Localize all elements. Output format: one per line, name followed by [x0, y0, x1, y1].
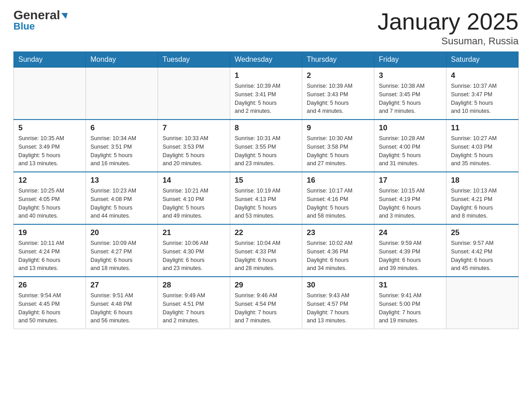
- day-info: Sunrise: 10:19 AM Sunset: 4:13 PM Daylig…: [235, 187, 297, 220]
- calendar-cell: 18Sunrise: 10:13 AM Sunset: 4:21 PM Dayl…: [446, 172, 519, 224]
- day-info: Sunrise: 9:54 AM Sunset: 4:45 PM Dayligh…: [18, 291, 81, 325]
- header-monday: Monday: [86, 52, 158, 68]
- day-number: 3: [379, 71, 442, 80]
- calendar-cell: 14Sunrise: 10:21 AM Sunset: 4:10 PM Dayl…: [158, 172, 230, 224]
- day-info: Sunrise: 9:41 AM Sunset: 5:00 PM Dayligh…: [379, 291, 442, 325]
- calendar-cell: 26Sunrise: 9:54 AM Sunset: 4:45 PM Dayli…: [14, 277, 86, 329]
- day-info: Sunrise: 10:30 AM Sunset: 3:58 PM Daylig…: [307, 134, 369, 168]
- day-number: 21: [163, 228, 225, 237]
- day-number: 1: [235, 71, 297, 80]
- calendar-cell: 30Sunrise: 9:43 AM Sunset: 4:57 PM Dayli…: [302, 277, 374, 329]
- calendar-cell: 4Sunrise: 10:37 AM Sunset: 3:47 PM Dayli…: [446, 68, 519, 120]
- day-info: Sunrise: 10:38 AM Sunset: 3:45 PM Daylig…: [379, 82, 442, 116]
- day-info: Sunrise: 10:23 AM Sunset: 4:08 PM Daylig…: [90, 187, 153, 220]
- page-header: General Blue January 2025 Susuman, Russi…: [13, 9, 519, 47]
- day-info: Sunrise: 10:31 AM Sunset: 3:55 PM Daylig…: [235, 134, 297, 168]
- day-info: Sunrise: 10:37 AM Sunset: 3:47 PM Daylig…: [451, 82, 514, 116]
- day-number: 13: [90, 176, 153, 185]
- day-info: Sunrise: 10:21 AM Sunset: 4:10 PM Daylig…: [163, 187, 225, 220]
- day-info: Sunrise: 10:02 AM Sunset: 4:36 PM Daylig…: [307, 239, 369, 273]
- calendar-week-2: 5Sunrise: 10:35 AM Sunset: 3:49 PM Dayli…: [14, 120, 519, 172]
- calendar-cell: 22Sunrise: 10:04 AM Sunset: 4:33 PM Dayl…: [230, 224, 302, 277]
- calendar-week-1: 1Sunrise: 10:39 AM Sunset: 3:41 PM Dayli…: [14, 68, 519, 120]
- day-number: 2: [307, 71, 369, 80]
- day-number: 29: [235, 281, 297, 290]
- day-number: 17: [379, 176, 442, 185]
- calendar-cell: 28Sunrise: 9:49 AM Sunset: 4:51 PM Dayli…: [158, 277, 230, 329]
- calendar-cell: 11Sunrise: 10:27 AM Sunset: 4:03 PM Dayl…: [446, 120, 519, 172]
- logo-general: General: [13, 9, 68, 21]
- day-info: Sunrise: 9:59 AM Sunset: 4:39 PM Dayligh…: [379, 239, 442, 273]
- day-number: 16: [307, 176, 369, 185]
- day-number: 20: [90, 228, 153, 237]
- day-number: 4: [451, 71, 514, 80]
- calendar-cell: [14, 68, 86, 120]
- calendar-cell: [158, 68, 230, 120]
- header-thursday: Thursday: [302, 52, 374, 68]
- day-number: 6: [90, 124, 153, 133]
- day-number: 23: [307, 228, 369, 237]
- calendar-cell: 24Sunrise: 9:59 AM Sunset: 4:39 PM Dayli…: [374, 224, 446, 277]
- day-info: Sunrise: 10:34 AM Sunset: 3:51 PM Daylig…: [90, 134, 153, 168]
- day-info: Sunrise: 10:15 AM Sunset: 4:19 PM Daylig…: [379, 187, 442, 220]
- day-number: 10: [379, 124, 442, 133]
- calendar-cell: [446, 277, 519, 329]
- calendar-cell: 23Sunrise: 10:02 AM Sunset: 4:36 PM Dayl…: [302, 224, 374, 277]
- calendar-week-3: 12Sunrise: 10:25 AM Sunset: 4:05 PM Dayl…: [14, 172, 519, 224]
- calendar-cell: 13Sunrise: 10:23 AM Sunset: 4:08 PM Dayl…: [86, 172, 158, 224]
- day-number: 15: [235, 176, 297, 185]
- day-number: 31: [379, 281, 442, 290]
- header-saturday: Saturday: [446, 52, 519, 68]
- logo-blue: Blue: [13, 21, 35, 32]
- calendar-cell: 5Sunrise: 10:35 AM Sunset: 3:49 PM Dayli…: [14, 120, 86, 172]
- calendar-cell: 29Sunrise: 9:46 AM Sunset: 4:54 PM Dayli…: [230, 277, 302, 329]
- calendar-cell: 17Sunrise: 10:15 AM Sunset: 4:19 PM Dayl…: [374, 172, 446, 224]
- header-tuesday: Tuesday: [158, 52, 230, 68]
- day-number: 22: [235, 228, 297, 237]
- day-number: 9: [307, 124, 369, 133]
- logo: General Blue: [13, 9, 68, 32]
- calendar-cell: 10Sunrise: 10:28 AM Sunset: 4:00 PM Dayl…: [374, 120, 446, 172]
- calendar-table: SundayMondayTuesdayWednesdayThursdayFrid…: [13, 51, 519, 329]
- calendar-cell: 31Sunrise: 9:41 AM Sunset: 5:00 PM Dayli…: [374, 277, 446, 329]
- calendar-cell: 2Sunrise: 10:39 AM Sunset: 3:43 PM Dayli…: [302, 68, 374, 120]
- day-info: Sunrise: 9:57 AM Sunset: 4:42 PM Dayligh…: [451, 239, 514, 273]
- day-info: Sunrise: 9:51 AM Sunset: 4:48 PM Dayligh…: [90, 291, 153, 325]
- day-number: 30: [307, 281, 369, 290]
- calendar-cell: [86, 68, 158, 120]
- day-info: Sunrise: 10:39 AM Sunset: 3:43 PM Daylig…: [307, 82, 369, 116]
- calendar-week-4: 19Sunrise: 10:11 AM Sunset: 4:24 PM Dayl…: [14, 224, 519, 277]
- calendar-cell: 1Sunrise: 10:39 AM Sunset: 3:41 PM Dayli…: [230, 68, 302, 120]
- calendar-cell: 16Sunrise: 10:17 AM Sunset: 4:16 PM Dayl…: [302, 172, 374, 224]
- calendar-cell: 21Sunrise: 10:06 AM Sunset: 4:30 PM Dayl…: [158, 224, 230, 277]
- day-number: 14: [163, 176, 225, 185]
- day-info: Sunrise: 9:46 AM Sunset: 4:54 PM Dayligh…: [235, 291, 297, 325]
- day-info: Sunrise: 10:13 AM Sunset: 4:21 PM Daylig…: [451, 187, 514, 220]
- calendar-cell: 7Sunrise: 10:33 AM Sunset: 3:53 PM Dayli…: [158, 120, 230, 172]
- day-number: 19: [18, 228, 81, 237]
- calendar-cell: 3Sunrise: 10:38 AM Sunset: 3:45 PM Dayli…: [374, 68, 446, 120]
- header-wednesday: Wednesday: [230, 52, 302, 68]
- day-info: Sunrise: 10:25 AM Sunset: 4:05 PM Daylig…: [18, 187, 81, 220]
- day-number: 7: [163, 124, 225, 133]
- day-number: 27: [90, 281, 153, 290]
- day-number: 11: [451, 124, 514, 133]
- day-number: 8: [235, 124, 297, 133]
- calendar-cell: 9Sunrise: 10:30 AM Sunset: 3:58 PM Dayli…: [302, 120, 374, 172]
- calendar-cell: 20Sunrise: 10:09 AM Sunset: 4:27 PM Dayl…: [86, 224, 158, 277]
- calendar-cell: 15Sunrise: 10:19 AM Sunset: 4:13 PM Dayl…: [230, 172, 302, 224]
- header-sunday: Sunday: [14, 52, 86, 68]
- calendar-cell: 8Sunrise: 10:31 AM Sunset: 3:55 PM Dayli…: [230, 120, 302, 172]
- calendar-cell: 25Sunrise: 9:57 AM Sunset: 4:42 PM Dayli…: [446, 224, 519, 277]
- day-number: 25: [451, 228, 514, 237]
- day-info: Sunrise: 10:09 AM Sunset: 4:27 PM Daylig…: [90, 239, 153, 273]
- location: Susuman, Russia: [378, 35, 519, 47]
- day-number: 28: [163, 281, 225, 290]
- day-info: Sunrise: 10:28 AM Sunset: 4:00 PM Daylig…: [379, 134, 442, 168]
- calendar-cell: 27Sunrise: 9:51 AM Sunset: 4:48 PM Dayli…: [86, 277, 158, 329]
- day-number: 24: [379, 228, 442, 237]
- day-info: Sunrise: 9:43 AM Sunset: 4:57 PM Dayligh…: [307, 291, 369, 325]
- day-info: Sunrise: 10:35 AM Sunset: 3:49 PM Daylig…: [18, 134, 81, 168]
- calendar-header-row: SundayMondayTuesdayWednesdayThursdayFrid…: [14, 52, 519, 68]
- day-info: Sunrise: 10:04 AM Sunset: 4:33 PM Daylig…: [235, 239, 297, 273]
